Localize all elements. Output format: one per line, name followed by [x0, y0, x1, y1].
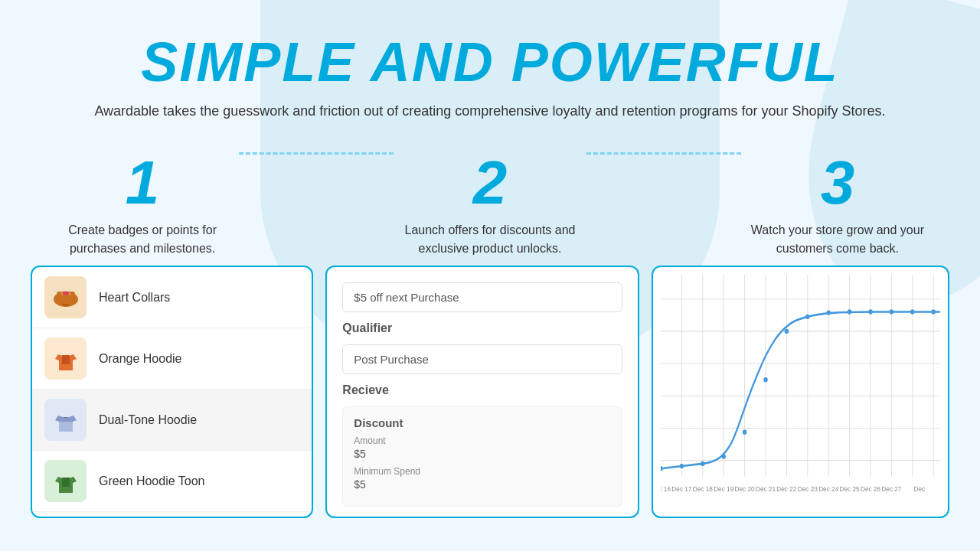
list-item[interactable]: Orange Hoodie [32, 328, 312, 390]
step-1-desc: Create badges or points for purchases an… [46, 221, 239, 258]
svg-point-41 [910, 309, 914, 314]
product-name-collars: Heart Collars [99, 291, 170, 305]
svg-point-36 [805, 315, 809, 319]
qualifier-value: Post Purchase [342, 344, 622, 374]
svg-rect-6 [62, 478, 70, 487]
list-item[interactable]: Starry Baby Joy [32, 512, 312, 518]
product-icon-collars [44, 276, 87, 318]
receive-label: Recieve [342, 383, 622, 397]
svg-text:Dec 23: Dec 23 [797, 484, 817, 493]
cards-section: Heart Collars Orange Hoodie [0, 266, 980, 518]
product-icon-green-hoodie [44, 460, 87, 502]
svg-text:Dec 16: Dec 16 [661, 484, 671, 493]
svg-text:Dec 26: Dec 26 [861, 484, 880, 493]
list-item[interactable]: Dual-Tone Hoodie [32, 390, 312, 451]
step-2: 2 Launch offers for discounts and exclus… [394, 152, 586, 258]
connector-2-3 [586, 152, 741, 185]
dashed-line-2 [586, 152, 741, 155]
svg-text:Dec 27: Dec 27 [881, 484, 901, 493]
step-3-desc: Watch your store grow and your customers… [741, 221, 934, 258]
connector-1-2 [239, 152, 394, 185]
step-2-number: 2 [394, 152, 586, 214]
svg-point-34 [763, 377, 767, 382]
product-name-green-hoodie: Green Hoodie Toon [99, 474, 204, 488]
svg-point-33 [743, 430, 746, 435]
step-1-number: 1 [46, 152, 239, 214]
subtitle: Awardable takes the guesswork and fricti… [15, 101, 965, 122]
discount-label: Discount [354, 416, 610, 429]
product-list-card: Heart Collars Orange Hoodie [31, 266, 313, 518]
svg-text:Dec 17: Dec 17 [671, 484, 691, 493]
svg-text:Dec: Dec [913, 484, 925, 493]
product-icon-dual-hoodie [44, 399, 87, 441]
svg-point-29 [661, 466, 663, 471]
svg-point-30 [679, 464, 683, 468]
amount-label: Amount [354, 435, 610, 446]
product-name-orange-hoodie: Orange Hoodie [99, 352, 182, 366]
step-3-number: 3 [741, 152, 934, 214]
main-title: SIMPLE AND POWERFUL [15, 31, 965, 93]
list-item[interactable]: Green Hoodie Toon [32, 451, 312, 512]
svg-rect-5 [62, 355, 70, 364]
offer-title: $5 off next Purchase [342, 282, 622, 312]
svg-point-39 [868, 309, 872, 314]
growth-chart: Dec 16 Dec 17 Dec 18 Dec 19 Dec 20 Dec 2… [661, 275, 940, 509]
product-name-dual-hoodie: Dual-Tone Hoodie [99, 413, 197, 427]
product-icon-orange-hoodie [44, 337, 87, 380]
header-section: SIMPLE AND POWERFUL Awardable takes the … [0, 0, 980, 137]
amount-row: Amount $5 [354, 435, 610, 460]
svg-text:Dec 19: Dec 19 [714, 484, 733, 493]
offer-form-card: $5 off next Purchase Qualifier Post Purc… [325, 266, 639, 518]
chart-area: Dec 16 Dec 17 Dec 18 Dec 19 Dec 20 Dec 2… [661, 275, 940, 509]
steps-section: 1 Create badges or points for purchases … [0, 137, 980, 266]
amount-value: $5 [354, 448, 610, 460]
min-spend-label: Minimum Spend [354, 466, 610, 477]
step-2-desc: Launch offers for discounts and exclusiv… [394, 221, 586, 258]
svg-point-4 [63, 291, 69, 295]
svg-text:Dec 22: Dec 22 [776, 484, 796, 493]
svg-point-40 [889, 309, 893, 314]
chart-card: Dec 16 Dec 17 Dec 18 Dec 19 Dec 20 Dec 2… [652, 266, 949, 518]
min-spend-value: $5 [354, 478, 610, 491]
step-3: 3 Watch your store grow and your custome… [741, 152, 934, 258]
svg-point-42 [931, 309, 935, 314]
svg-point-31 [701, 461, 704, 466]
svg-text:Dec 20: Dec 20 [734, 484, 754, 493]
svg-text:Dec 18: Dec 18 [692, 484, 712, 493]
list-item[interactable]: Heart Collars [32, 267, 312, 328]
svg-point-38 [848, 309, 851, 314]
svg-point-32 [721, 454, 725, 458]
svg-point-37 [826, 310, 830, 315]
min-spend-row: Minimum Spend $5 [354, 466, 610, 491]
svg-text:Dec 24: Dec 24 [818, 484, 838, 493]
qualifier-label: Qualifier [342, 321, 622, 335]
dashed-line-1 [239, 152, 394, 155]
discount-section: Discount Amount $5 Minimum Spend $5 [342, 406, 622, 507]
step-1: 1 Create badges or points for purchases … [46, 152, 239, 258]
svg-text:Dec 25: Dec 25 [839, 484, 859, 493]
svg-text:Dec 21: Dec 21 [756, 484, 776, 493]
svg-point-35 [784, 329, 788, 334]
